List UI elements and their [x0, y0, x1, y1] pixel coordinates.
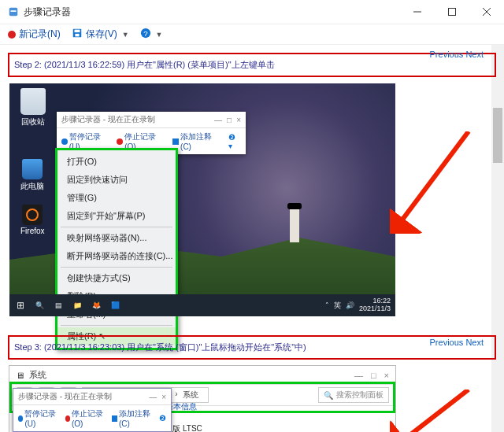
- step3-text: Step 3: (2021/11/3 16:23:03) 用户在"系统 (窗口)…: [14, 342, 306, 353]
- minimize-button[interactable]: [400, 0, 435, 24]
- svg-line-11: [398, 131, 469, 226]
- explorer-icon[interactable]: 📁: [71, 299, 83, 312]
- ctx-pin-start[interactable]: 固定到"开始"屏幕(P): [57, 207, 176, 225]
- psr-close-icon[interactable]: ×: [161, 393, 166, 401]
- context-menu: 打开(O) 固定到快速访问 管理(G) 固定到"开始"屏幕(P) 映射网络驱动器…: [55, 148, 178, 350]
- help-button[interactable]: ? ▼: [140, 28, 163, 41]
- next-link[interactable]: Next: [465, 338, 484, 347]
- prev-link[interactable]: Previous: [430, 50, 464, 59]
- vertical-scrollbar[interactable]: [491, 45, 504, 432]
- volume-icon[interactable]: 🔊: [346, 301, 354, 309]
- step3-screenshot: 🖥 系统 — □ × ← → ↑ 控制面板› 系统和安全› 系统 🔍: [8, 364, 397, 432]
- psr-comment-button[interactable]: 添加注释(C): [112, 408, 153, 428]
- window-title: 步骤记录器: [24, 6, 71, 19]
- search-placeholder: 搜索控制面板: [336, 390, 384, 401]
- step2-text: Step 2: (2021/11/3 16:22:59) 用户在"属性(R) (…: [14, 59, 275, 71]
- next-link[interactable]: Next: [465, 50, 484, 59]
- window-titlebar: 步骤记录器: [0, 0, 504, 24]
- sys-close-icon[interactable]: ×: [384, 371, 389, 380]
- search-icon[interactable]: 🔍: [33, 299, 46, 312]
- psr-title: 步骤记录器 - 现在正在录制: [61, 114, 155, 125]
- ctx-open[interactable]: 打开(O): [57, 153, 176, 171]
- toolbar: 新记录(N) 保存(V) ▼ ? ▼: [0, 24, 504, 45]
- psr-comment-button[interactable]: 添加注释(C): [172, 131, 221, 151]
- save-label: 保存(V): [86, 28, 117, 41]
- window-controls: [400, 0, 504, 24]
- psr-close-icon[interactable]: ×: [236, 116, 241, 124]
- new-record-label: 新记录(N): [19, 28, 61, 41]
- ctx-shortcut[interactable]: 创建快捷方式(S): [57, 269, 176, 287]
- svg-rect-8: [75, 34, 79, 37]
- sys-window-icon: 🖥: [16, 371, 24, 380]
- chevron-down-icon: ▼: [156, 31, 163, 39]
- comment-icon: [172, 138, 179, 145]
- scrollbar-thumb[interactable]: [493, 108, 502, 163]
- sys-max-icon[interactable]: □: [371, 371, 376, 380]
- ctx-map-drive[interactable]: 映射网络驱动器(N)...: [57, 229, 176, 247]
- step2-header-box: Step 2: (2021/11/3 16:22:59) 用户在"属性(R) (…: [8, 53, 496, 77]
- step2-screenshot: 回收站 此电脑 Firefox 步骤记录器 - 现在正在录制 — □ × 暂停记…: [8, 82, 397, 318]
- psr-window-inner: 步骤记录器 - 现在正在录制 — × 暂停记录(U) 停止记录(O) 添加注释(…: [13, 388, 172, 432]
- sys-min-icon[interactable]: —: [354, 371, 363, 380]
- help-icon: ?: [140, 28, 151, 41]
- taskbar: ⊞ 🔍 ▤ 📁 🦊 🟦 ˄ 英 🔊 16:22 2021/11/3: [9, 294, 395, 316]
- psr-title: 步骤记录器 - 现在正在录制: [18, 391, 112, 402]
- psr-help-icon[interactable]: ❷ ▾: [228, 133, 241, 150]
- taskview-icon[interactable]: ▤: [52, 299, 65, 312]
- this-pc-label: 此电脑: [20, 181, 44, 192]
- psr-taskbar-icon[interactable]: 🟦: [109, 299, 121, 312]
- save-icon: [72, 28, 83, 41]
- prev-link[interactable]: Previous: [430, 338, 464, 347]
- firefox-label: Firefox: [20, 227, 45, 235]
- ctx-pin-quick[interactable]: 固定到快速访问: [57, 171, 176, 189]
- firefox-icon[interactable]: Firefox: [20, 205, 45, 235]
- maximize-button[interactable]: [435, 0, 469, 24]
- psr-min-icon[interactable]: —: [149, 393, 157, 401]
- psr-stop-button[interactable]: 停止记录(O): [65, 408, 106, 428]
- content-area: Previous Next Step 2: (2021/11/3 16:22:5…: [0, 45, 504, 432]
- app-icon: [8, 6, 19, 17]
- svg-line-12: [398, 390, 469, 432]
- new-record-button[interactable]: 新记录(N): [8, 28, 61, 41]
- recycle-bin-icon[interactable]: 回收站: [20, 88, 46, 127]
- firefox-taskbar-icon[interactable]: 🦊: [90, 299, 102, 312]
- search-input[interactable]: 🔍 搜索控制面板: [318, 387, 389, 403]
- psr-max-icon[interactable]: □: [227, 116, 232, 124]
- stop-icon: [117, 138, 123, 145]
- ime-icon[interactable]: 英: [334, 301, 341, 311]
- this-pc-icon[interactable]: 此电脑: [20, 159, 44, 192]
- save-button[interactable]: 保存(V) ▼: [72, 28, 129, 41]
- svg-rect-1: [11, 10, 17, 12]
- svg-rect-3: [449, 9, 456, 16]
- svg-rect-7: [74, 30, 80, 33]
- psr-help-icon[interactable]: ❷: [159, 414, 166, 423]
- sys-window-title: 系统: [29, 369, 46, 381]
- taskbar-clock[interactable]: 16:22 2021/11/3: [359, 297, 391, 313]
- search-icon: 🔍: [324, 391, 333, 400]
- psr-min-icon[interactable]: —: [214, 116, 222, 124]
- annotation-arrow: [390, 131, 476, 234]
- start-button[interactable]: ⊞: [14, 299, 27, 312]
- chevron-down-icon: ▼: [122, 31, 129, 39]
- step3-header-box: Step 3: (2021/11/3 16:23:03) 用户在"系统 (窗口)…: [8, 335, 496, 360]
- tray-up-icon[interactable]: ˄: [325, 301, 329, 309]
- ctx-disconnect[interactable]: 断开网络驱动器的连接(C)...: [57, 247, 176, 265]
- annotation-arrow: [390, 390, 476, 432]
- record-icon: [8, 31, 16, 39]
- svg-text:?: ?: [143, 29, 147, 38]
- close-button[interactable]: [469, 0, 504, 24]
- ctx-manage[interactable]: 管理(G): [57, 189, 176, 207]
- recycle-bin-label: 回收站: [20, 116, 46, 127]
- psr-pause-button[interactable]: 暂停记录(U): [18, 408, 59, 428]
- pause-icon: [61, 138, 68, 145]
